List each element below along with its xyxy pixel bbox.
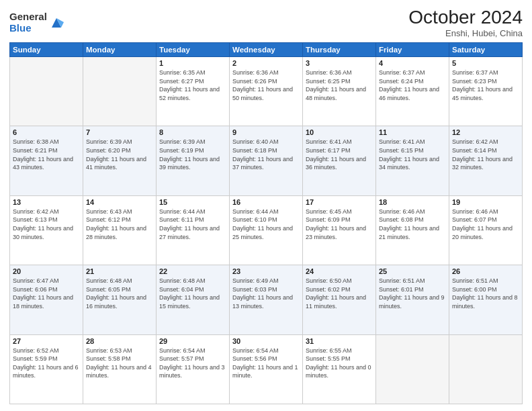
day-info: Sunrise: 6:48 AM Sunset: 6:04 PM Dayligh… — [159, 277, 226, 310]
calendar-cell: 27Sunrise: 6:52 AM Sunset: 5:59 PM Dayli… — [10, 334, 83, 404]
logo-general: General — [9, 11, 47, 23]
day-info: Sunrise: 6:38 AM Sunset: 6:21 PM Dayligh… — [13, 138, 80, 171]
day-number: 14 — [86, 198, 153, 206]
day-info: Sunrise: 6:53 AM Sunset: 5:58 PM Dayligh… — [86, 347, 153, 380]
day-number: 2 — [232, 59, 300, 67]
day-number: 15 — [159, 198, 226, 206]
day-info: Sunrise: 6:36 AM Sunset: 6:25 PM Dayligh… — [306, 68, 373, 102]
weekday-header-monday: Monday — [83, 43, 157, 57]
calendar-cell: 22Sunrise: 6:48 AM Sunset: 6:04 PM Dayli… — [157, 265, 230, 334]
day-info: Sunrise: 6:42 AM Sunset: 6:14 PM Dayligh… — [452, 138, 519, 171]
day-info: Sunrise: 6:45 AM Sunset: 6:09 PM Dayligh… — [306, 208, 373, 241]
day-number: 31 — [306, 337, 373, 345]
calendar-cell: 19Sunrise: 6:46 AM Sunset: 6:07 PM Dayli… — [449, 195, 523, 265]
day-number: 13 — [13, 198, 80, 206]
calendar-cell: 10Sunrise: 6:41 AM Sunset: 6:17 PM Dayli… — [303, 126, 376, 195]
day-number: 25 — [379, 267, 446, 275]
day-info: Sunrise: 6:41 AM Sunset: 6:15 PM Dayligh… — [379, 138, 446, 171]
calendar-cell: 5Sunrise: 6:37 AM Sunset: 6:23 PM Daylig… — [449, 57, 523, 126]
day-number: 17 — [306, 198, 373, 206]
day-number: 8 — [159, 128, 226, 136]
day-info: Sunrise: 6:51 AM Sunset: 6:01 PM Dayligh… — [379, 277, 446, 310]
day-info: Sunrise: 6:39 AM Sunset: 6:19 PM Dayligh… — [159, 138, 226, 171]
day-info: Sunrise: 6:44 AM Sunset: 6:11 PM Dayligh… — [159, 208, 226, 241]
day-number: 11 — [379, 128, 446, 136]
day-info: Sunrise: 6:40 AM Sunset: 6:18 PM Dayligh… — [232, 138, 300, 171]
day-number: 3 — [306, 59, 373, 67]
logo-blue: Blue — [9, 23, 47, 34]
day-number: 30 — [232, 337, 300, 345]
logo: General Blue — [9, 11, 64, 34]
calendar-cell: 29Sunrise: 6:54 AM Sunset: 5:57 PM Dayli… — [157, 334, 230, 404]
weekday-header-tuesday: Tuesday — [157, 43, 230, 57]
week-row-1: 1Sunrise: 6:35 AM Sunset: 6:27 PM Daylig… — [10, 57, 523, 126]
weekday-header-sunday: Sunday — [10, 43, 83, 57]
day-number: 10 — [306, 128, 373, 136]
day-number: 12 — [452, 128, 519, 136]
calendar-cell: 3Sunrise: 6:36 AM Sunset: 6:25 PM Daylig… — [303, 57, 376, 126]
calendar-cell: 2Sunrise: 6:36 AM Sunset: 6:26 PM Daylig… — [230, 57, 303, 126]
weekday-header-saturday: Saturday — [449, 43, 523, 57]
day-number: 18 — [379, 198, 446, 206]
day-number: 16 — [232, 198, 300, 206]
week-row-4: 20Sunrise: 6:47 AM Sunset: 6:06 PM Dayli… — [10, 265, 523, 334]
calendar-cell: 8Sunrise: 6:39 AM Sunset: 6:19 PM Daylig… — [157, 126, 230, 195]
calendar-cell: 26Sunrise: 6:51 AM Sunset: 6:00 PM Dayli… — [449, 265, 523, 334]
week-row-2: 6Sunrise: 6:38 AM Sunset: 6:21 PM Daylig… — [10, 126, 523, 195]
day-info: Sunrise: 6:49 AM Sunset: 6:03 PM Dayligh… — [232, 277, 300, 310]
day-info: Sunrise: 6:55 AM Sunset: 5:55 PM Dayligh… — [306, 347, 373, 380]
day-info: Sunrise: 6:43 AM Sunset: 6:12 PM Dayligh… — [86, 208, 153, 241]
day-number: 7 — [86, 128, 153, 136]
day-info: Sunrise: 6:52 AM Sunset: 5:59 PM Dayligh… — [13, 347, 80, 380]
day-info: Sunrise: 6:41 AM Sunset: 6:17 PM Dayligh… — [306, 138, 373, 171]
day-number: 29 — [159, 337, 226, 345]
calendar-cell: 18Sunrise: 6:46 AM Sunset: 6:08 PM Dayli… — [376, 195, 449, 265]
logo-icon — [49, 15, 64, 30]
day-info: Sunrise: 6:54 AM Sunset: 5:56 PM Dayligh… — [232, 347, 300, 380]
calendar-cell — [376, 334, 449, 404]
day-info: Sunrise: 6:39 AM Sunset: 6:20 PM Dayligh… — [86, 138, 153, 171]
calendar-cell: 24Sunrise: 6:50 AM Sunset: 6:02 PM Dayli… — [303, 265, 376, 334]
day-number: 20 — [13, 267, 80, 275]
day-number: 26 — [452, 267, 519, 275]
day-info: Sunrise: 6:35 AM Sunset: 6:27 PM Dayligh… — [159, 68, 226, 102]
day-number: 24 — [306, 267, 373, 275]
calendar-cell: 25Sunrise: 6:51 AM Sunset: 6:01 PM Dayli… — [376, 265, 449, 334]
calendar-cell: 28Sunrise: 6:53 AM Sunset: 5:58 PM Dayli… — [83, 334, 157, 404]
day-info: Sunrise: 6:51 AM Sunset: 6:00 PM Dayligh… — [452, 277, 519, 310]
weekday-header-row: SundayMondayTuesdayWednesdayThursdayFrid… — [10, 43, 523, 57]
weekday-header-friday: Friday — [376, 43, 449, 57]
day-number: 28 — [86, 337, 153, 345]
day-number: 21 — [86, 267, 153, 275]
day-info: Sunrise: 6:48 AM Sunset: 6:05 PM Dayligh… — [86, 277, 153, 310]
calendar-cell: 11Sunrise: 6:41 AM Sunset: 6:15 PM Dayli… — [376, 126, 449, 195]
day-number: 19 — [452, 198, 519, 206]
day-number: 23 — [232, 267, 300, 275]
week-row-3: 13Sunrise: 6:42 AM Sunset: 6:13 PM Dayli… — [10, 195, 523, 265]
page: General Blue October 2024 Enshi, Hubei, … — [0, 0, 532, 411]
day-number: 9 — [232, 128, 300, 136]
logo-text: General Blue — [9, 11, 47, 34]
title-month: October 2024 — [408, 7, 523, 28]
calendar-cell: 12Sunrise: 6:42 AM Sunset: 6:14 PM Dayli… — [449, 126, 523, 195]
calendar-cell — [83, 57, 157, 126]
calendar-cell: 14Sunrise: 6:43 AM Sunset: 6:12 PM Dayli… — [83, 195, 157, 265]
weekday-header-thursday: Thursday — [303, 43, 376, 57]
day-info: Sunrise: 6:37 AM Sunset: 6:24 PM Dayligh… — [379, 68, 446, 102]
day-number: 4 — [379, 59, 446, 67]
weekday-header-wednesday: Wednesday — [230, 43, 303, 57]
day-info: Sunrise: 6:50 AM Sunset: 6:02 PM Dayligh… — [306, 277, 373, 310]
calendar-cell — [449, 334, 523, 404]
calendar-cell: 13Sunrise: 6:42 AM Sunset: 6:13 PM Dayli… — [10, 195, 83, 265]
calendar-cell: 7Sunrise: 6:39 AM Sunset: 6:20 PM Daylig… — [83, 126, 157, 195]
day-info: Sunrise: 6:42 AM Sunset: 6:13 PM Dayligh… — [13, 208, 80, 241]
day-info: Sunrise: 6:47 AM Sunset: 6:06 PM Dayligh… — [13, 277, 80, 310]
day-number: 5 — [452, 59, 519, 67]
day-number: 6 — [13, 128, 80, 136]
day-info: Sunrise: 6:37 AM Sunset: 6:23 PM Dayligh… — [452, 68, 519, 102]
calendar-cell: 15Sunrise: 6:44 AM Sunset: 6:11 PM Dayli… — [157, 195, 230, 265]
calendar-cell: 20Sunrise: 6:47 AM Sunset: 6:06 PM Dayli… — [10, 265, 83, 334]
day-info: Sunrise: 6:54 AM Sunset: 5:57 PM Dayligh… — [159, 347, 226, 380]
calendar-cell: 9Sunrise: 6:40 AM Sunset: 6:18 PM Daylig… — [230, 126, 303, 195]
day-number: 22 — [159, 267, 226, 275]
